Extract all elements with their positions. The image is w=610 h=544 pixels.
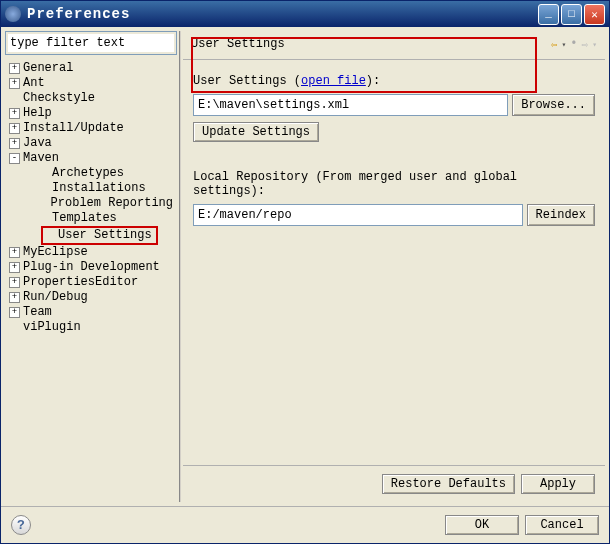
no-expander bbox=[27, 183, 38, 194]
tree-item-label: Archetypes bbox=[41, 166, 124, 181]
expand-icon[interactable]: + bbox=[9, 108, 20, 119]
tree-item[interactable]: +Java bbox=[5, 136, 177, 151]
section-header: User Settings ⇦ ▾ • ⇨ ▾ bbox=[183, 31, 605, 60]
no-expander bbox=[27, 168, 38, 179]
tree-item-label: User Settings bbox=[41, 226, 158, 245]
expand-icon[interactable]: + bbox=[9, 277, 20, 288]
preferences-window: Preferences _ □ ✕ +General+AntCheckstyle… bbox=[0, 0, 610, 544]
close-button[interactable]: ✕ bbox=[584, 4, 605, 25]
tree-item-label: Maven bbox=[23, 151, 59, 166]
tree-item[interactable]: Problem Reporting bbox=[5, 196, 177, 211]
tree-item-label: MyEclipse bbox=[23, 245, 88, 260]
tree-item[interactable]: Checkstyle bbox=[5, 91, 177, 106]
restore-defaults-button[interactable]: Restore Defaults bbox=[382, 474, 515, 494]
update-settings-button[interactable]: Update Settings bbox=[193, 122, 319, 142]
filter-input[interactable] bbox=[8, 34, 174, 52]
expand-icon[interactable]: + bbox=[9, 307, 20, 318]
window-title: Preferences bbox=[27, 6, 538, 22]
page-buttons: Restore Defaults Apply bbox=[183, 465, 605, 502]
form-area: User Settings (open file): Browse... Upd… bbox=[183, 60, 605, 465]
tree-item-label: Help bbox=[23, 106, 52, 121]
tree-item[interactable]: +PropertiesEditor bbox=[5, 275, 177, 290]
expand-icon[interactable]: + bbox=[9, 138, 20, 149]
tree-item-label: Install/Update bbox=[23, 121, 124, 136]
tree-item[interactable]: +Install/Update bbox=[5, 121, 177, 136]
tree-item-label: Run/Debug bbox=[23, 290, 88, 305]
user-settings-row: Browse... bbox=[193, 94, 595, 116]
tree-item-label: General bbox=[23, 61, 73, 76]
maximize-button[interactable]: □ bbox=[561, 4, 582, 25]
tree-item[interactable]: +Plug-in Development bbox=[5, 260, 177, 275]
tree-item[interactable]: +Team bbox=[5, 305, 177, 320]
footer: ? OK Cancel bbox=[1, 506, 609, 543]
tree-item-label: Plug-in Development bbox=[23, 260, 160, 275]
help-icon[interactable]: ? bbox=[11, 515, 31, 535]
right-pane: User Settings ⇦ ▾ • ⇨ ▾ User Settings (o… bbox=[183, 31, 605, 502]
tree-item[interactable]: +Run/Debug bbox=[5, 290, 177, 305]
window-buttons: _ □ ✕ bbox=[538, 4, 605, 25]
expand-icon[interactable]: + bbox=[9, 262, 20, 273]
forward-arrow-icon[interactable]: ⇨ bbox=[582, 38, 589, 51]
user-settings-input[interactable] bbox=[193, 94, 508, 116]
tree-item[interactable]: viPlugin bbox=[5, 320, 177, 335]
tree-item-label: viPlugin bbox=[23, 320, 81, 335]
local-repo-input[interactable] bbox=[193, 204, 523, 226]
tree-item[interactable]: +Help bbox=[5, 106, 177, 121]
forward-dropdown-icon[interactable]: ▾ bbox=[592, 40, 597, 49]
filter-box bbox=[5, 31, 177, 55]
expand-icon[interactable]: + bbox=[9, 78, 20, 89]
tree-item[interactable]: Installations bbox=[5, 181, 177, 196]
expand-icon[interactable]: + bbox=[9, 247, 20, 258]
content-area: +General+AntCheckstyle+Help+Install/Upda… bbox=[1, 27, 609, 506]
expand-icon[interactable]: + bbox=[9, 292, 20, 303]
tree-item[interactable]: -Maven bbox=[5, 151, 177, 166]
nav-arrows: ⇦ ▾ • ⇨ ▾ bbox=[551, 37, 597, 51]
cancel-button[interactable]: Cancel bbox=[525, 515, 599, 535]
back-dropdown-icon[interactable]: ▾ bbox=[562, 40, 567, 49]
reindex-button[interactable]: Reindex bbox=[527, 204, 595, 226]
ok-button[interactable]: OK bbox=[445, 515, 519, 535]
back-arrow-icon[interactable]: ⇦ bbox=[551, 38, 558, 51]
tree-item[interactable]: +General bbox=[5, 61, 177, 76]
preferences-tree[interactable]: +General+AntCheckstyle+Help+Install/Upda… bbox=[5, 59, 177, 502]
no-expander bbox=[27, 198, 37, 209]
no-expander bbox=[9, 93, 20, 104]
no-expander bbox=[9, 322, 20, 333]
left-pane: +General+AntCheckstyle+Help+Install/Upda… bbox=[5, 31, 177, 502]
collapse-icon[interactable]: - bbox=[9, 153, 20, 164]
tree-item-label: Checkstyle bbox=[23, 91, 95, 106]
browse-button[interactable]: Browse... bbox=[512, 94, 595, 116]
tree-item[interactable]: User Settings bbox=[5, 226, 177, 245]
pane-divider[interactable] bbox=[179, 31, 181, 502]
local-repo-row: Reindex bbox=[193, 204, 595, 226]
tree-item[interactable]: +MyEclipse bbox=[5, 245, 177, 260]
titlebar: Preferences _ □ ✕ bbox=[1, 1, 609, 27]
tree-item-label: Problem Reporting bbox=[40, 196, 173, 211]
page-title: User Settings bbox=[191, 37, 551, 51]
expand-icon[interactable]: + bbox=[9, 123, 20, 134]
tree-item[interactable]: +Ant bbox=[5, 76, 177, 91]
minimize-button[interactable]: _ bbox=[538, 4, 559, 25]
local-repo-label: Local Repository (From merged user and g… bbox=[193, 170, 595, 198]
tree-item[interactable]: Templates bbox=[5, 211, 177, 226]
tree-item-label: Team bbox=[23, 305, 52, 320]
tree-item-label: Ant bbox=[23, 76, 45, 91]
tree-item-label: Templates bbox=[41, 211, 117, 226]
tree-item-label: Java bbox=[23, 136, 52, 151]
no-expander bbox=[27, 230, 38, 241]
tree-item-label: Installations bbox=[41, 181, 146, 196]
app-icon bbox=[5, 6, 21, 22]
tree-item-label: PropertiesEditor bbox=[23, 275, 138, 290]
apply-button[interactable]: Apply bbox=[521, 474, 595, 494]
no-expander bbox=[27, 213, 38, 224]
tree-item[interactable]: Archetypes bbox=[5, 166, 177, 181]
expand-icon[interactable]: + bbox=[9, 63, 20, 74]
user-settings-label: User Settings (open file): bbox=[193, 74, 595, 88]
open-file-link[interactable]: open file bbox=[301, 74, 366, 88]
